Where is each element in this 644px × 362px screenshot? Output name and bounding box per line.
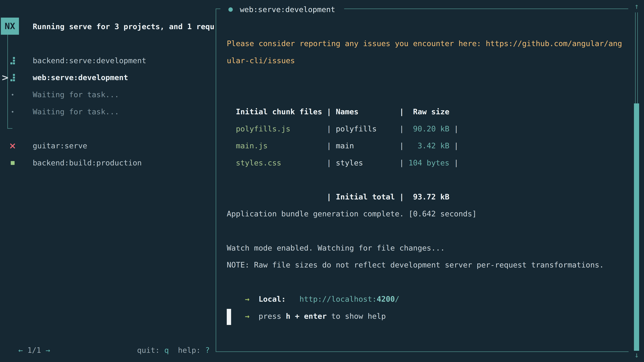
- arrow-right-icon: →: [236, 312, 258, 321]
- task-row-guitar-serve[interactable]: guitar:serve: [0, 137, 216, 154]
- task-label: web:serve:development: [33, 69, 128, 86]
- running-bullet-icon: [228, 7, 233, 12]
- task-label: guitar:serve: [33, 137, 87, 154]
- failed-cross-icon: [10, 143, 16, 149]
- table-separator: |: [327, 158, 336, 167]
- chunk-table-total-row: | Initial total | 93.72 kB: [227, 171, 450, 205]
- help-post-text: to show help: [327, 312, 386, 321]
- page-prev-arrow-icon[interactable]: ←: [18, 346, 23, 355]
- total-pad: [236, 192, 327, 201]
- spinner-icon: [10, 57, 15, 64]
- quit-key: q: [164, 346, 169, 355]
- scrollbar-track[interactable]: [637, 12, 638, 103]
- panel-title: web:serve:development: [240, 1, 335, 18]
- bundle-complete-line: Application bundle generation complete. …: [227, 205, 477, 222]
- chunk-name: styles: [336, 158, 399, 167]
- help-key-combo: h + enter: [286, 312, 327, 321]
- table-separator: |: [400, 158, 408, 167]
- quit-hint-label: quit:: [137, 346, 164, 355]
- scroll-up-arrow-icon[interactable]: ↑: [632, 1, 642, 11]
- panel-border-bottom: [216, 352, 628, 352]
- terminal-cursor: [227, 309, 231, 325]
- help-hint-line: → press h + enter to show help: [227, 291, 386, 325]
- panel-border-left: [216, 8, 216, 352]
- task-tree-line-foot: [8, 128, 12, 129]
- panel-border-corner: [216, 8, 220, 9]
- chunk-table-row: styles.css | styles | 104 bytes |: [227, 137, 458, 171]
- help-hint-label: help:: [178, 346, 205, 355]
- help-key: ?: [205, 346, 210, 355]
- note-line: NOTE: Raw file sizes do not reflect deve…: [227, 256, 604, 274]
- table-separator: |: [450, 158, 458, 167]
- success-square-icon: [11, 161, 14, 165]
- watch-mode-line: Watch mode enabled. Watching for file ch…: [227, 240, 445, 257]
- sidebar-header-title: Running serve for 3 projects, and 1 requ: [33, 18, 214, 35]
- task-label: Waiting for task...: [33, 86, 119, 103]
- pagination: ← 1/1 →: [9, 325, 50, 359]
- page-next-arrow-icon[interactable]: →: [46, 346, 50, 355]
- waiting-dot-icon: [12, 111, 14, 113]
- task-row-waiting-2[interactable]: Waiting for task...: [0, 103, 216, 120]
- scrollbar-thumb[interactable]: [634, 103, 639, 351]
- angular-notice-line-2: ular-cli/issues: [227, 52, 295, 69]
- task-row-waiting-1[interactable]: Waiting for task...: [0, 86, 216, 103]
- task-label: backend:serve:development: [33, 52, 146, 69]
- total-label: Initial total: [336, 192, 399, 201]
- chunk-size: 104 bytes: [408, 158, 450, 167]
- table-separator: |: [400, 192, 408, 201]
- task-row-backend-serve[interactable]: backend:serve:development: [0, 52, 216, 69]
- task-row-web-serve[interactable]: web:serve:development: [0, 69, 216, 86]
- task-label: Waiting for task...: [33, 103, 119, 120]
- url-suffix[interactable]: /: [395, 295, 399, 304]
- spinner-icon: [10, 74, 15, 81]
- keyboard-hints: quit: q help: ?: [128, 325, 210, 359]
- total-size: 93.72 kB: [408, 192, 450, 201]
- nx-logo: NX: [1, 17, 19, 35]
- hint-spacer: [169, 346, 178, 355]
- help-pre-text: press: [258, 312, 286, 321]
- panel-border-top: [344, 8, 628, 9]
- table-separator: |: [327, 192, 336, 201]
- scrollbar-track[interactable]: [635, 12, 636, 103]
- chunk-file: styles.css: [236, 158, 327, 167]
- scroll-down-arrow-icon[interactable]: ↓: [632, 350, 642, 360]
- page-indicator: 1/1: [23, 346, 46, 355]
- angular-notice-line-1: Please consider reporting any issues you…: [227, 35, 622, 52]
- waiting-dot-icon: [12, 94, 14, 95]
- task-label: backend:build:production: [33, 154, 142, 171]
- task-row-backend-build[interactable]: backend:build:production: [0, 154, 216, 171]
